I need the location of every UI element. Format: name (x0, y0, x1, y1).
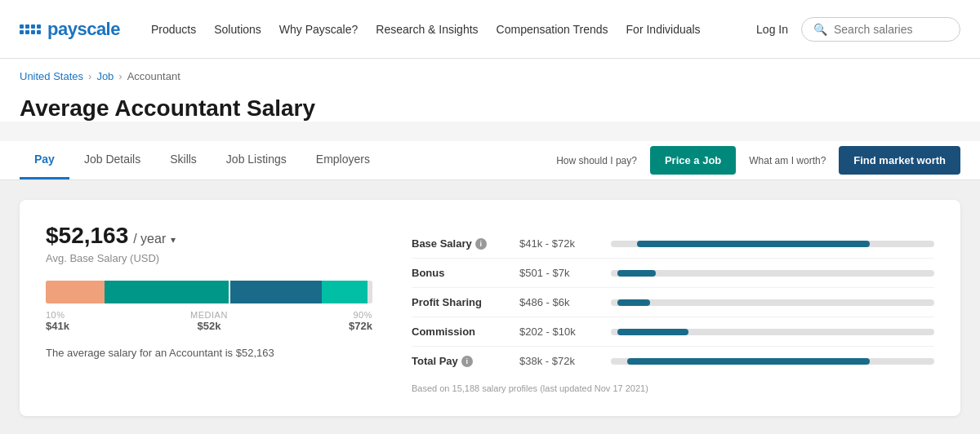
login-button[interactable]: Log In (743, 16, 801, 42)
logo-text: payscale (47, 19, 120, 40)
breakdown-label-total: Total Pay i (412, 355, 510, 367)
bar-val-median: $52k (198, 320, 221, 332)
breakdown-range-total: $38k - $72k (519, 355, 601, 367)
breakdown-label-profit: Profit Sharing (412, 296, 510, 308)
avg-text: The average salary for an Accountant is … (46, 347, 372, 359)
breakdown-label-bonus: Bonus (412, 267, 510, 279)
info-icon-base[interactable]: i (475, 238, 487, 250)
salary-subtitle: Avg. Base Salary (USD) (46, 252, 372, 264)
breakdown-bar-track-commission (611, 329, 934, 335)
breakdown-range-base: $41k - $72k (519, 237, 601, 250)
tab-pay[interactable]: Pay (20, 141, 69, 179)
header: payscale Products Solutions Why Payscale… (0, 0, 980, 59)
breakdown-label-commission: Commission (412, 326, 510, 338)
breakdown-bar-fill-base (637, 241, 870, 247)
salary-bar-chart: 10% $41k MEDIAN $52k 90% $72k (46, 281, 372, 332)
bar-val-high: $72k (349, 320, 372, 332)
breakdown-row-bonus: Bonus $501 - $7k (412, 259, 934, 288)
tab-skills[interactable]: Skills (155, 141, 212, 179)
search-box: 🔍 (801, 17, 960, 42)
tab-bar: Pay Job Details Skills Job Listings Empl… (20, 141, 385, 179)
breakdown-row-total: Total Pay i $38k - $72k (412, 347, 934, 375)
cta-group: How should I pay? Price a Job What am I … (556, 146, 960, 175)
breakdown-bar-track-base (611, 241, 934, 247)
breakdown-bar-track-profit (611, 299, 934, 306)
search-icon: 🔍 (813, 23, 827, 36)
salary-details-layout: $52,163 / year ▾ Avg. Base Salary (USD) (46, 223, 934, 393)
bar-label-median: MEDIAN $52k (190, 310, 228, 332)
breadcrumb-title-section: United States › Job › Accountant Average… (0, 59, 980, 122)
bar-labels-row: 10% $41k MEDIAN $52k 90% $72k (46, 310, 372, 332)
bar-seg-low (46, 281, 105, 303)
nav-item-research[interactable]: Research & Insights (368, 16, 486, 42)
logo-dots (20, 24, 41, 34)
breadcrumb-sep-1: › (88, 70, 91, 82)
nav-item-products[interactable]: Products (143, 16, 204, 42)
breakdown-bar-track-bonus (611, 270, 934, 277)
salary-period: / year (133, 232, 166, 246)
nav-item-solutions[interactable]: Solutions (206, 16, 270, 42)
find-market-worth-button[interactable]: Find market worth (839, 146, 960, 175)
breakdown-bar-track-total (611, 358, 934, 365)
market-cta-label: What am I worth? (749, 155, 826, 166)
search-input[interactable] (834, 23, 948, 36)
breakdown-bar-fill-commission (617, 329, 688, 335)
bar-val-low: $41k (46, 320, 69, 332)
breadcrumb-link-job[interactable]: Job (96, 70, 114, 82)
breakdown-range-bonus: $501 - $7k (519, 267, 601, 279)
nav-item-comp-trends[interactable]: Compensation Trends (488, 16, 617, 42)
salary-left-col: $52,163 / year ▾ Avg. Base Salary (USD) (46, 223, 372, 393)
salary-card: $52,163 / year ▾ Avg. Base Salary (USD) (20, 200, 960, 416)
bar-track (46, 281, 372, 303)
info-icon-total[interactable]: i (461, 356, 473, 367)
tab-job-details[interactable]: Job Details (69, 141, 155, 179)
breakdown-label-base: Base Salary i (412, 237, 510, 250)
bar-seg-top (322, 281, 368, 303)
price-cta-label: How should I pay? (556, 155, 637, 166)
breadcrumb-current: Accountant (127, 70, 180, 82)
salary-right-col: Base Salary i $41k - $72k Bonus $501 - $… (412, 223, 934, 393)
bar-pct-low: 10% (46, 310, 65, 320)
logo[interactable]: payscale (20, 19, 120, 40)
breadcrumb-sep-2: › (118, 70, 122, 82)
tab-employers[interactable]: Employers (301, 141, 385, 179)
breadcrumb-link-us[interactable]: United States (20, 70, 83, 82)
main-nav: Products Solutions Why Payscale? Researc… (143, 16, 743, 42)
breakdown-bar-fill-profit (617, 299, 650, 306)
breakdown-note: Based on 15,188 salary profiles (last up… (412, 383, 934, 393)
breakdown-bar-fill-total (627, 358, 870, 365)
tabs-cta-row: Pay Job Details Skills Job Listings Empl… (0, 141, 980, 180)
main-content: $52,163 / year ▾ Avg. Base Salary (USD) (0, 180, 980, 434)
breakdown-range-profit: $486 - $6k (519, 296, 601, 308)
page-title: Average Accountant Salary (20, 95, 960, 122)
bar-pct-median: MEDIAN (190, 310, 228, 320)
tab-job-listings[interactable]: Job Listings (212, 141, 301, 179)
bar-seg-high (230, 281, 322, 303)
nav-item-for-individuals[interactable]: For Individuals (618, 16, 709, 42)
breakdown-row-commission: Commission $202 - $10k (412, 317, 934, 347)
price-job-button[interactable]: Price a Job (650, 146, 736, 175)
breakdown-row-profit: Profit Sharing $486 - $6k (412, 288, 934, 317)
breakdown-range-commission: $202 - $10k (519, 326, 601, 338)
bar-pct-high: 90% (353, 310, 372, 320)
bar-seg-mid (105, 281, 229, 303)
salary-amount-row: $52,163 / year ▾ (46, 223, 372, 249)
breakdown-row-base: Base Salary i $41k - $72k (412, 229, 934, 259)
bar-label-low: 10% $41k (46, 310, 69, 332)
breakdown-bar-fill-bonus (617, 270, 657, 277)
breadcrumb: United States › Job › Accountant (20, 70, 960, 82)
bar-label-high: 90% $72k (349, 310, 372, 332)
nav-item-why-payscale[interactable]: Why Payscale? (271, 16, 366, 42)
salary-dropdown-toggle[interactable]: ▾ (171, 234, 176, 246)
salary-amount: $52,163 (46, 223, 128, 249)
